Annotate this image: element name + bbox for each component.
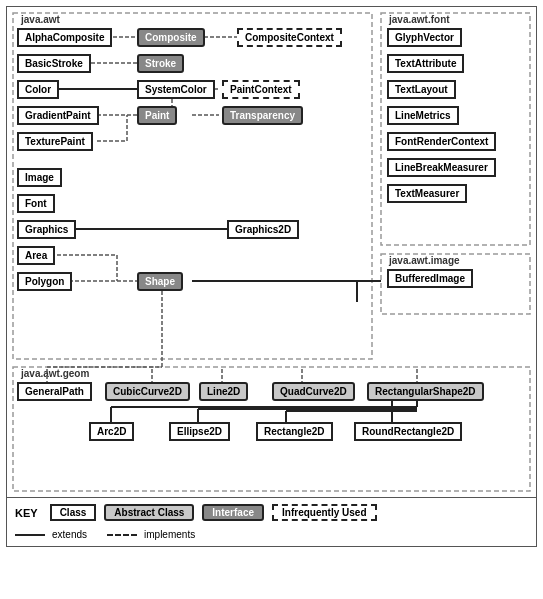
box-Line2D: Line2D <box>199 382 248 401</box>
box-LineBreakMeasurer: LineBreakMeasurer <box>387 158 496 177</box>
box-TexturePaint: TexturePaint <box>17 132 93 151</box>
key-interface-box: Interface <box>202 504 264 521</box>
diagram-area: java.awt java.awt.font java.awt.image ja… <box>7 7 536 497</box>
implements-legend: implements <box>107 529 195 540</box>
box-Rectangle2D: Rectangle2D <box>256 422 333 441</box>
key-class-box: Class <box>50 504 97 521</box>
box-GlyphVector: GlyphVector <box>387 28 462 47</box>
box-AlphaComposite: AlphaComposite <box>17 28 112 47</box>
box-LineMetrics: LineMetrics <box>387 106 459 125</box>
extends-line-icon <box>15 534 45 536</box>
box-Color: Color <box>17 80 59 99</box>
box-SystemColor: SystemColor <box>137 80 215 99</box>
box-BasicStroke: BasicStroke <box>17 54 91 73</box>
key-abstract-item: Abstract Class <box>104 504 194 521</box>
box-RoundRectangle2D: RoundRectangle2D <box>354 422 462 441</box>
box-Shape: Shape <box>137 272 183 291</box>
key-abstract-box: Abstract Class <box>104 504 194 521</box>
svg-text:java.awt.image: java.awt.image <box>388 255 460 266</box>
svg-text:java.awt: java.awt <box>20 14 61 25</box>
box-Image: Image <box>17 168 62 187</box>
box-GradientPaint: GradientPaint <box>17 106 99 125</box>
box-GeneralPath: GeneralPath <box>17 382 92 401</box>
key-class-item: Class <box>50 504 97 521</box>
key-infrequent-item: Infrequently Used <box>272 504 376 521</box>
box-TextAttribute: TextAttribute <box>387 54 464 73</box>
box-Composite: Composite <box>137 28 205 47</box>
box-Transparency: Transparency <box>222 106 303 125</box>
implements-line-icon <box>107 534 137 536</box>
box-Paint: Paint <box>137 106 177 125</box>
key-section: KEY Class Abstract Class Interface Infre… <box>7 497 536 527</box>
box-Graphics: Graphics <box>17 220 76 239</box>
box-CubicCurve2D: CubicCurve2D <box>105 382 190 401</box>
box-Stroke: Stroke <box>137 54 184 73</box>
box-QuadCurve2D: QuadCurve2D <box>272 382 355 401</box>
box-Ellipse2D: Ellipse2D <box>169 422 230 441</box>
box-RectangularShape2D: RectangularShape2D <box>367 382 484 401</box>
box-Polygon: Polygon <box>17 272 72 291</box>
box-PaintContext: PaintContext <box>222 80 300 99</box>
box-CompositeContext: CompositeContext <box>237 28 342 47</box>
svg-text:java.awt.geom: java.awt.geom <box>20 368 89 379</box>
svg-text:java.awt.font: java.awt.font <box>388 14 450 25</box>
svg-rect-2 <box>381 13 530 245</box>
key-legend: extends implements <box>7 527 536 546</box>
box-TextMeasurer: TextMeasurer <box>387 184 467 203</box>
extends-legend: extends <box>15 529 87 540</box>
key-interface-item: Interface <box>202 504 264 521</box>
main-container: java.awt java.awt.font java.awt.image ja… <box>6 6 537 547</box>
box-Font: Font <box>17 194 55 213</box>
box-Arc2D: Arc2D <box>89 422 134 441</box>
box-FontRenderContext: FontRenderContext <box>387 132 496 151</box>
key-infrequent-box: Infrequently Used <box>272 504 376 521</box>
box-Graphics2D: Graphics2D <box>227 220 299 239</box>
extends-label: extends <box>52 529 87 540</box>
box-BufferedImage: BufferedImage <box>387 269 473 288</box>
box-Area: Area <box>17 246 55 265</box>
implements-label: implements <box>144 529 195 540</box>
box-TextLayout: TextLayout <box>387 80 456 99</box>
key-title: KEY <box>15 507 38 519</box>
